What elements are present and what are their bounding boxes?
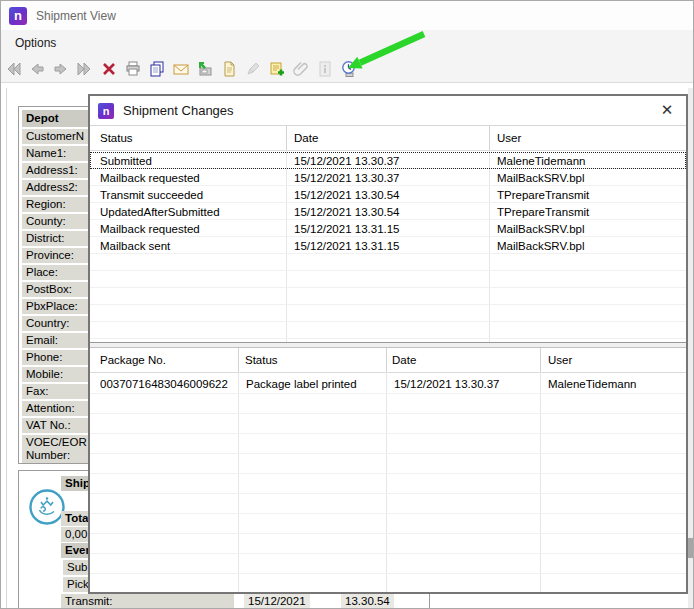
table-row[interactable]: Submitted15/12/2021 13.30.37MaleneTidema… (90, 152, 686, 169)
package-table-rows: 00370716483046009622Package label printe… (90, 374, 686, 592)
export-icon[interactable] (196, 60, 214, 78)
column-separator (386, 348, 387, 372)
table-cell: Transmit succeeded (90, 189, 286, 201)
edit-icon[interactable] (244, 60, 262, 78)
column-separator (540, 348, 541, 372)
table-cell: MaleneTidemann (540, 378, 686, 390)
next-record-icon[interactable] (52, 60, 70, 78)
transmit-label: Transmit: (61, 594, 234, 609)
table-cell: Mailback requested (90, 223, 286, 235)
table-cell: MailBackSRV.bpl (489, 172, 686, 184)
table-cell: 15/12/2021 13.31.15 (286, 240, 489, 252)
table-cell: 00370716483046009622 (90, 378, 238, 390)
table-cell: MaleneTidemann (489, 155, 686, 167)
table-cell: 15/12/2021 13.31.15 (286, 223, 489, 235)
first-record-icon[interactable] (4, 60, 22, 78)
document-icon[interactable] (220, 60, 238, 78)
last-record-icon[interactable] (76, 60, 94, 78)
dialog-logo-icon: n (98, 103, 114, 119)
add-note-icon[interactable] (268, 60, 286, 78)
panel-splitline (6, 88, 7, 609)
column-header-date[interactable]: Date (392, 348, 416, 372)
close-icon[interactable]: ✕ (654, 96, 680, 124)
table-cell: UpdatedAfterSubmitted (90, 206, 286, 218)
table-row[interactable]: Transmit succeeded15/12/2021 13.30.54TPr… (90, 186, 686, 203)
table-cell: 15/12/2021 13.30.37 (286, 155, 489, 167)
column-header-status[interactable]: Status (100, 126, 133, 150)
table-row[interactable]: 00370716483046009622Package label printe… (90, 374, 686, 394)
toolbar (1, 55, 693, 83)
table-cell: Mailback requested (90, 172, 286, 184)
window-title: Shipment View (36, 9, 116, 23)
column-header-user[interactable]: User (497, 126, 521, 150)
status-table-rows: Submitted15/12/2021 13.30.37MaleneTidema… (90, 152, 686, 342)
print-icon[interactable] (124, 60, 142, 78)
email-icon[interactable] (172, 60, 190, 78)
table-cell: 15/12/2021 13.30.37 (286, 172, 489, 184)
vertical-scrollbar[interactable] (688, 88, 693, 609)
table-cell: TPrepareTransmit (489, 189, 686, 201)
menu-item-options[interactable]: Options (1, 30, 66, 55)
dialog-title: Shipment Changes (123, 103, 234, 118)
table-row[interactable]: UpdatedAfterSubmitted15/12/2021 13.30.54… (90, 203, 686, 220)
delete-icon[interactable] (100, 60, 118, 78)
table-row[interactable]: Mailback requested15/12/2021 13.30.37Mai… (90, 169, 686, 186)
column-header-date[interactable]: Date (294, 126, 318, 150)
table-cell: 15/12/2021 13.30.54 (286, 189, 489, 201)
column-header-package-no[interactable]: Package No. (100, 348, 166, 372)
previous-record-icon[interactable] (28, 60, 46, 78)
column-separator (238, 348, 239, 372)
app-logo-icon: n (9, 7, 27, 25)
attach-icon[interactable] (292, 60, 310, 78)
table-cell: MailBackSRV.bpl (489, 240, 686, 252)
transmit-time: 13.30.54 (341, 594, 394, 609)
column-separator (286, 126, 287, 150)
shipment-changes-dialog: n Shipment Changes ✕ Status Date User Su… (88, 94, 688, 594)
copy-icon[interactable] (148, 60, 166, 78)
status-table: Status Date User Submitted15/12/2021 13.… (90, 126, 686, 342)
menubar: Options (1, 30, 693, 55)
column-separator (489, 126, 490, 150)
info-icon[interactable] (316, 60, 334, 78)
table-cell: 15/12/2021 13.30.54 (286, 206, 489, 218)
table-cell: Submitted (90, 155, 286, 167)
column-header-status[interactable]: Status (245, 348, 278, 372)
dialog-titlebar[interactable]: n Shipment Changes (90, 96, 686, 126)
table-cell: Package label printed (238, 378, 386, 390)
column-header-user[interactable]: User (548, 348, 572, 372)
package-table: Package No. Status Date User 00370716483… (90, 348, 686, 592)
history-icon[interactable] (340, 60, 358, 78)
transmit-date: 15/12/2021 (244, 594, 310, 609)
table-row[interactable]: Mailback sent15/12/2021 13.31.15MailBack… (90, 237, 686, 254)
table-cell: Mailback sent (90, 240, 286, 252)
window-titlebar[interactable]: n Shipment View (1, 1, 693, 30)
table-cell: MailBackSRV.bpl (489, 223, 686, 235)
scrollbar-thumb[interactable] (688, 538, 693, 558)
package-table-header: Package No. Status Date User (90, 348, 686, 373)
status-table-header: Status Date User (90, 126, 686, 151)
table-row[interactable]: Mailback requested15/12/2021 13.31.15Mai… (90, 220, 686, 237)
table-cell: TPrepareTransmit (489, 206, 686, 218)
table-cell: 15/12/2021 13.30.37 (386, 378, 540, 390)
